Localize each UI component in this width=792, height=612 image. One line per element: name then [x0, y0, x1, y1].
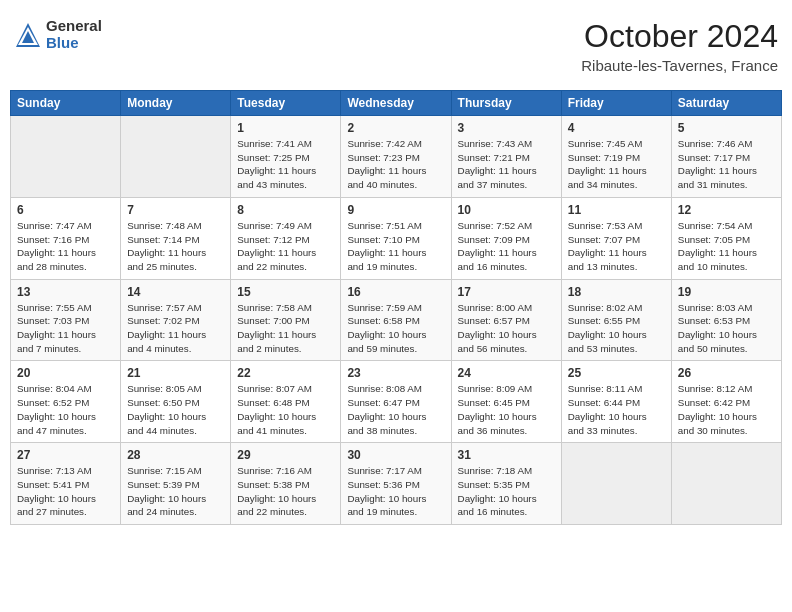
day-number: 9 [347, 203, 444, 217]
cell-info: Sunrise: 8:02 AM Sunset: 6:55 PM Dayligh… [568, 301, 665, 356]
calendar-cell: 21Sunrise: 8:05 AM Sunset: 6:50 PM Dayli… [121, 361, 231, 443]
logo-general: General [46, 18, 102, 35]
cell-info: Sunrise: 7:18 AM Sunset: 5:35 PM Dayligh… [458, 464, 555, 519]
day-number: 8 [237, 203, 334, 217]
day-number: 23 [347, 366, 444, 380]
calendar-cell: 8Sunrise: 7:49 AM Sunset: 7:12 PM Daylig… [231, 197, 341, 279]
cell-info: Sunrise: 7:13 AM Sunset: 5:41 PM Dayligh… [17, 464, 114, 519]
week-row-2: 6Sunrise: 7:47 AM Sunset: 7:16 PM Daylig… [11, 197, 782, 279]
cell-info: Sunrise: 8:12 AM Sunset: 6:42 PM Dayligh… [678, 382, 775, 437]
cell-info: Sunrise: 7:55 AM Sunset: 7:03 PM Dayligh… [17, 301, 114, 356]
day-number: 29 [237, 448, 334, 462]
cell-info: Sunrise: 7:41 AM Sunset: 7:25 PM Dayligh… [237, 137, 334, 192]
calendar-cell: 31Sunrise: 7:18 AM Sunset: 5:35 PM Dayli… [451, 443, 561, 525]
week-row-5: 27Sunrise: 7:13 AM Sunset: 5:41 PM Dayli… [11, 443, 782, 525]
cell-info: Sunrise: 7:45 AM Sunset: 7:19 PM Dayligh… [568, 137, 665, 192]
header-tuesday: Tuesday [231, 91, 341, 116]
cell-info: Sunrise: 8:08 AM Sunset: 6:47 PM Dayligh… [347, 382, 444, 437]
cell-info: Sunrise: 7:42 AM Sunset: 7:23 PM Dayligh… [347, 137, 444, 192]
calendar-cell: 17Sunrise: 8:00 AM Sunset: 6:57 PM Dayli… [451, 279, 561, 361]
day-number: 11 [568, 203, 665, 217]
calendar-cell: 22Sunrise: 8:07 AM Sunset: 6:48 PM Dayli… [231, 361, 341, 443]
cell-info: Sunrise: 7:46 AM Sunset: 7:17 PM Dayligh… [678, 137, 775, 192]
day-number: 16 [347, 285, 444, 299]
calendar-cell: 9Sunrise: 7:51 AM Sunset: 7:10 PM Daylig… [341, 197, 451, 279]
day-number: 3 [458, 121, 555, 135]
title-block: October 2024 Ribaute-les-Tavernes, Franc… [581, 18, 778, 74]
week-row-1: 1Sunrise: 7:41 AM Sunset: 7:25 PM Daylig… [11, 116, 782, 198]
day-number: 13 [17, 285, 114, 299]
day-number: 17 [458, 285, 555, 299]
cell-info: Sunrise: 8:05 AM Sunset: 6:50 PM Dayligh… [127, 382, 224, 437]
cell-info: Sunrise: 7:43 AM Sunset: 7:21 PM Dayligh… [458, 137, 555, 192]
calendar-cell: 2Sunrise: 7:42 AM Sunset: 7:23 PM Daylig… [341, 116, 451, 198]
calendar-cell: 20Sunrise: 8:04 AM Sunset: 6:52 PM Dayli… [11, 361, 121, 443]
cell-info: Sunrise: 7:53 AM Sunset: 7:07 PM Dayligh… [568, 219, 665, 274]
day-number: 27 [17, 448, 114, 462]
day-number: 18 [568, 285, 665, 299]
day-number: 22 [237, 366, 334, 380]
logo: General Blue [14, 18, 102, 51]
calendar-cell: 26Sunrise: 8:12 AM Sunset: 6:42 PM Dayli… [671, 361, 781, 443]
logo-blue: Blue [46, 35, 102, 52]
calendar-cell: 28Sunrise: 7:15 AM Sunset: 5:39 PM Dayli… [121, 443, 231, 525]
day-number: 26 [678, 366, 775, 380]
day-number: 1 [237, 121, 334, 135]
cell-info: Sunrise: 7:48 AM Sunset: 7:14 PM Dayligh… [127, 219, 224, 274]
day-number: 20 [17, 366, 114, 380]
day-number: 6 [17, 203, 114, 217]
day-number: 28 [127, 448, 224, 462]
calendar-cell: 24Sunrise: 8:09 AM Sunset: 6:45 PM Dayli… [451, 361, 561, 443]
day-number: 2 [347, 121, 444, 135]
calendar-cell: 19Sunrise: 8:03 AM Sunset: 6:53 PM Dayli… [671, 279, 781, 361]
calendar-cell: 13Sunrise: 7:55 AM Sunset: 7:03 PM Dayli… [11, 279, 121, 361]
cell-info: Sunrise: 7:59 AM Sunset: 6:58 PM Dayligh… [347, 301, 444, 356]
header-saturday: Saturday [671, 91, 781, 116]
cell-info: Sunrise: 8:00 AM Sunset: 6:57 PM Dayligh… [458, 301, 555, 356]
week-row-4: 20Sunrise: 8:04 AM Sunset: 6:52 PM Dayli… [11, 361, 782, 443]
calendar-cell: 15Sunrise: 7:58 AM Sunset: 7:00 PM Dayli… [231, 279, 341, 361]
day-number: 30 [347, 448, 444, 462]
cell-info: Sunrise: 7:17 AM Sunset: 5:36 PM Dayligh… [347, 464, 444, 519]
day-number: 19 [678, 285, 775, 299]
calendar-cell [561, 443, 671, 525]
calendar-cell: 5Sunrise: 7:46 AM Sunset: 7:17 PM Daylig… [671, 116, 781, 198]
cell-info: Sunrise: 8:03 AM Sunset: 6:53 PM Dayligh… [678, 301, 775, 356]
cell-info: Sunrise: 7:47 AM Sunset: 7:16 PM Dayligh… [17, 219, 114, 274]
day-number: 10 [458, 203, 555, 217]
cell-info: Sunrise: 8:11 AM Sunset: 6:44 PM Dayligh… [568, 382, 665, 437]
calendar-cell: 23Sunrise: 8:08 AM Sunset: 6:47 PM Dayli… [341, 361, 451, 443]
cell-info: Sunrise: 7:15 AM Sunset: 5:39 PM Dayligh… [127, 464, 224, 519]
cell-info: Sunrise: 8:09 AM Sunset: 6:45 PM Dayligh… [458, 382, 555, 437]
day-number: 7 [127, 203, 224, 217]
cell-info: Sunrise: 7:51 AM Sunset: 7:10 PM Dayligh… [347, 219, 444, 274]
calendar-cell: 27Sunrise: 7:13 AM Sunset: 5:41 PM Dayli… [11, 443, 121, 525]
cell-info: Sunrise: 7:49 AM Sunset: 7:12 PM Dayligh… [237, 219, 334, 274]
calendar-cell: 1Sunrise: 7:41 AM Sunset: 7:25 PM Daylig… [231, 116, 341, 198]
day-number: 12 [678, 203, 775, 217]
calendar-cell: 6Sunrise: 7:47 AM Sunset: 7:16 PM Daylig… [11, 197, 121, 279]
day-number: 5 [678, 121, 775, 135]
header-thursday: Thursday [451, 91, 561, 116]
cell-info: Sunrise: 7:52 AM Sunset: 7:09 PM Dayligh… [458, 219, 555, 274]
calendar-cell: 4Sunrise: 7:45 AM Sunset: 7:19 PM Daylig… [561, 116, 671, 198]
cell-info: Sunrise: 7:54 AM Sunset: 7:05 PM Dayligh… [678, 219, 775, 274]
cell-info: Sunrise: 8:07 AM Sunset: 6:48 PM Dayligh… [237, 382, 334, 437]
calendar-cell: 12Sunrise: 7:54 AM Sunset: 7:05 PM Dayli… [671, 197, 781, 279]
calendar-cell: 29Sunrise: 7:16 AM Sunset: 5:38 PM Dayli… [231, 443, 341, 525]
calendar-cell: 3Sunrise: 7:43 AM Sunset: 7:21 PM Daylig… [451, 116, 561, 198]
day-number: 4 [568, 121, 665, 135]
calendar-table: SundayMondayTuesdayWednesdayThursdayFrid… [10, 90, 782, 525]
cell-info: Sunrise: 7:58 AM Sunset: 7:00 PM Dayligh… [237, 301, 334, 356]
day-number: 25 [568, 366, 665, 380]
header-friday: Friday [561, 91, 671, 116]
day-number: 31 [458, 448, 555, 462]
calendar-cell: 10Sunrise: 7:52 AM Sunset: 7:09 PM Dayli… [451, 197, 561, 279]
calendar-cell: 18Sunrise: 8:02 AM Sunset: 6:55 PM Dayli… [561, 279, 671, 361]
header-monday: Monday [121, 91, 231, 116]
header-sunday: Sunday [11, 91, 121, 116]
day-number: 15 [237, 285, 334, 299]
cell-info: Sunrise: 8:04 AM Sunset: 6:52 PM Dayligh… [17, 382, 114, 437]
location-title: Ribaute-les-Tavernes, France [581, 57, 778, 74]
calendar-cell: 30Sunrise: 7:17 AM Sunset: 5:36 PM Dayli… [341, 443, 451, 525]
